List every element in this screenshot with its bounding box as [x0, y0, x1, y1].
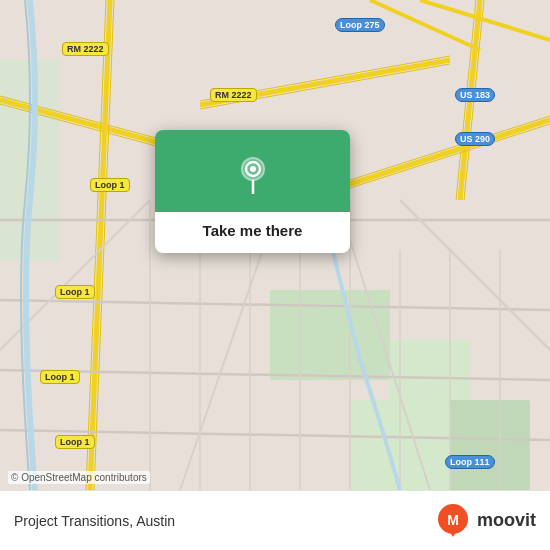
road-badge-us290: US 290	[455, 132, 495, 146]
svg-point-41	[250, 166, 256, 172]
popup-card[interactable]: Take me there	[155, 130, 350, 253]
svg-rect-3	[440, 400, 530, 490]
popup-green-header	[155, 130, 350, 212]
place-title: Project Transitions, Austin	[14, 513, 175, 529]
location-pin-icon	[232, 152, 274, 194]
bottom-bar: Project Transitions, Austin M moovit	[0, 490, 550, 550]
moovit-icon: M	[435, 503, 471, 539]
road-badge-loop1-1: Loop 1	[90, 178, 130, 192]
road-badge-loop1-4: Loop 1	[55, 435, 95, 449]
take-me-there-button[interactable]: Take me there	[189, 212, 317, 253]
map-copyright: © OpenStreetMap contributors	[8, 471, 150, 484]
moovit-text: moovit	[477, 510, 536, 531]
road-badge-loop275: Loop 275	[335, 18, 385, 32]
road-badge-us183: US 183	[455, 88, 495, 102]
road-badge-loop1-2: Loop 1	[55, 285, 95, 299]
moovit-logo: M moovit	[435, 503, 536, 539]
map-container: Loop 275 RM 2222 RM 2222 US 183 US 290 L…	[0, 0, 550, 490]
svg-rect-1	[270, 290, 390, 380]
road-badge-rm2222-top: RM 2222	[62, 42, 109, 56]
road-badge-rm2222-mid: RM 2222	[210, 88, 257, 102]
svg-text:M: M	[447, 512, 459, 528]
road-badge-loop1-3: Loop 1	[40, 370, 80, 384]
road-badge-loop111: Loop 111	[445, 455, 495, 469]
